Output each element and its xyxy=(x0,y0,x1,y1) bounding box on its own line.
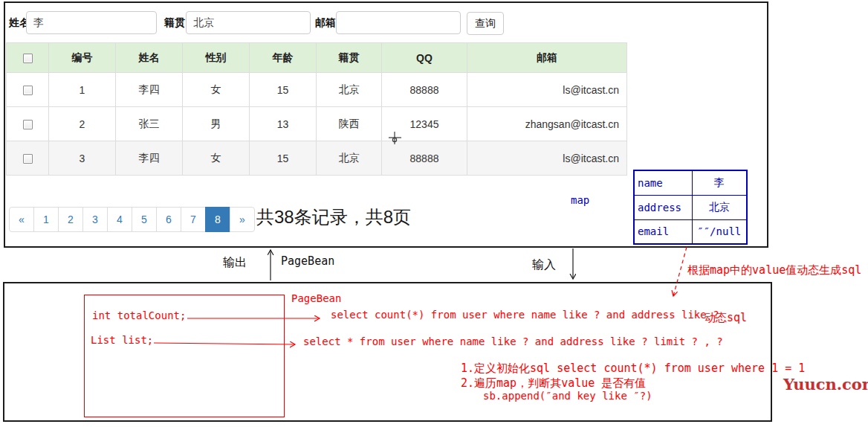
cell-email: ls@itcast.cn xyxy=(467,73,627,107)
col-age: 年龄 xyxy=(250,43,317,73)
cell-id: 2 xyxy=(49,107,116,141)
map-value: 李 xyxy=(692,170,747,195)
map-key: email xyxy=(634,219,692,244)
page-8-active[interactable]: 8 xyxy=(205,207,230,232)
input-label: 输入 xyxy=(532,257,556,273)
map-row: address 北京 xyxy=(634,195,747,219)
table-row: 3 李四 女 15 北京 88888 ls@itcast.cn xyxy=(7,141,627,176)
sql-select-statement: select * from user where name like ? and… xyxy=(303,336,723,347)
dynamic-sql-label: 动态sql xyxy=(705,311,747,325)
sql-count-statement: select count(*) from user where name lik… xyxy=(331,309,719,321)
user-table: 编号 姓名 性别 年龄 籍贯 QQ 邮箱 1 李四 女 15 北京 88888 … xyxy=(6,42,627,176)
col-name: 姓名 xyxy=(116,43,183,73)
page: 姓名 籍贯 邮箱 查询 编号 姓名 性别 年龄 籍贯 QQ 邮箱 xyxy=(0,0,868,427)
pagebean-flow-label: PageBean xyxy=(281,254,334,268)
cell-origin: 北京 xyxy=(317,73,382,107)
cell-name: 李四 xyxy=(116,73,183,107)
record-summary: 共38条记录，共8页 xyxy=(256,205,411,229)
page-3[interactable]: 3 xyxy=(82,207,108,232)
page-6[interactable]: 6 xyxy=(156,207,181,232)
note-init-sql: 1.定义初始化sql select count(*) from user whe… xyxy=(461,362,805,376)
col-id: 编号 xyxy=(49,43,116,73)
select-all-checkbox[interactable] xyxy=(23,54,33,63)
email-label: 邮箱 xyxy=(315,16,336,30)
cell-age: 15 xyxy=(250,141,317,176)
map-key: name xyxy=(634,170,692,195)
email-input[interactable] xyxy=(336,11,461,34)
cell-gender: 女 xyxy=(183,141,250,176)
cell-qq: 88888 xyxy=(382,141,467,176)
page-next[interactable]: » xyxy=(230,207,255,232)
page-4[interactable]: 4 xyxy=(107,207,132,232)
row-checkbox[interactable] xyxy=(23,154,33,164)
query-button[interactable]: 查询 xyxy=(467,12,504,35)
col-gender: 性别 xyxy=(183,43,250,73)
map-row: name 李 xyxy=(634,170,747,195)
table-row: 2 张三 男 13 陕西 12345 zhangsan@itcast.cn xyxy=(7,107,627,141)
page-1[interactable]: 1 xyxy=(33,207,59,232)
cell-id: 1 xyxy=(49,73,116,107)
row-checkbox[interactable] xyxy=(23,86,33,95)
col-origin: 籍贯 xyxy=(317,43,382,73)
note-traverse-map: 2.遍历map，判断其value 是否有值 xyxy=(461,376,646,391)
page-prev[interactable]: « xyxy=(9,207,34,232)
cell-gender: 女 xyxy=(183,73,250,107)
watermark: Yuucn.com xyxy=(783,375,868,394)
map-dynamic-note: 根据map中的value值动态生成sql xyxy=(687,263,861,277)
table-header-row: 编号 姓名 性别 年龄 籍贯 QQ 邮箱 xyxy=(7,43,627,73)
origin-input[interactable] xyxy=(186,11,311,34)
name-input[interactable] xyxy=(26,11,157,34)
map-row: email ″″/null xyxy=(634,219,747,244)
cell-origin: 陕西 xyxy=(317,107,382,141)
cell-name: 李四 xyxy=(116,141,183,176)
cell-name: 张三 xyxy=(116,107,183,141)
pagebean-panel: PageBean int totalCount; List list; sele… xyxy=(3,282,772,422)
col-qq: QQ xyxy=(382,43,467,73)
cell-email: ls@itcast.cn xyxy=(467,141,627,176)
cell-email: zhangsan@itcast.cn xyxy=(467,107,627,141)
row-checkbox[interactable] xyxy=(23,120,33,129)
cell-qq: 12345 xyxy=(382,107,467,141)
cell-origin: 北京 xyxy=(317,141,382,176)
map-value: 北京 xyxy=(692,195,747,219)
cell-id: 3 xyxy=(49,141,116,176)
table-row: 1 李四 女 15 北京 88888 ls@itcast.cn xyxy=(7,73,627,107)
note-sb-append: sb.append(″and key like ″?) xyxy=(483,390,652,402)
map-value: ″″/null xyxy=(692,219,747,244)
cell-gender: 男 xyxy=(183,107,250,141)
field-total-count: int totalCount; xyxy=(92,309,186,321)
pagination: « 1 2 3 4 5 6 7 8 » xyxy=(9,207,255,232)
result-panel: 姓名 籍贯 邮箱 查询 编号 姓名 性别 年龄 籍贯 QQ 邮箱 xyxy=(4,1,768,248)
map-table: name 李 address 北京 email ″″/null xyxy=(633,170,748,245)
page-5[interactable]: 5 xyxy=(132,207,157,232)
page-2[interactable]: 2 xyxy=(58,207,83,232)
page-7[interactable]: 7 xyxy=(181,207,206,232)
field-list: List list; xyxy=(91,334,153,346)
cell-qq: 88888 xyxy=(382,73,467,107)
map-label: map xyxy=(571,194,589,206)
col-email: 邮箱 xyxy=(467,43,627,73)
cell-age: 13 xyxy=(250,107,317,141)
map-key: address xyxy=(634,195,692,219)
origin-label: 籍贯 xyxy=(164,16,185,30)
cell-age: 15 xyxy=(250,73,317,107)
pagebean-title: PageBean xyxy=(291,292,341,304)
output-label: 输出 xyxy=(223,255,247,271)
